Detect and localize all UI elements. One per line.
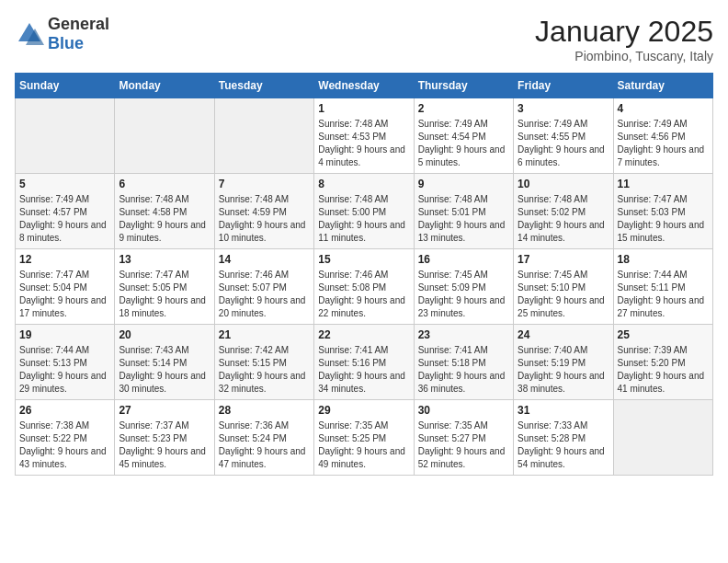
calendar-week-row: 1Sunrise: 7:48 AM Sunset: 4:53 PM Daylig… bbox=[16, 98, 713, 174]
day-info: Sunrise: 7:48 AM Sunset: 5:02 PM Dayligh… bbox=[518, 193, 609, 245]
day-number: 27 bbox=[119, 404, 210, 417]
calendar-cell bbox=[613, 400, 712, 476]
day-info: Sunrise: 7:38 AM Sunset: 5:22 PM Dayligh… bbox=[19, 419, 110, 471]
day-info: Sunrise: 7:36 AM Sunset: 5:24 PM Dayligh… bbox=[219, 419, 310, 471]
calendar-cell: 16Sunrise: 7:45 AM Sunset: 5:09 PM Dayli… bbox=[414, 249, 513, 325]
day-number: 12 bbox=[19, 253, 110, 266]
day-number: 21 bbox=[219, 328, 310, 341]
day-number: 2 bbox=[418, 102, 509, 115]
day-info: Sunrise: 7:48 AM Sunset: 5:01 PM Dayligh… bbox=[418, 193, 509, 245]
calendar-cell: 21Sunrise: 7:42 AM Sunset: 5:15 PM Dayli… bbox=[214, 325, 313, 400]
calendar-cell: 31Sunrise: 7:33 AM Sunset: 5:28 PM Dayli… bbox=[514, 400, 613, 476]
day-info: Sunrise: 7:37 AM Sunset: 5:23 PM Dayligh… bbox=[119, 419, 210, 471]
day-number: 29 bbox=[318, 404, 409, 417]
title-block: January 2025 Piombino, Tuscany, Italy bbox=[535, 15, 713, 63]
day-number: 15 bbox=[318, 253, 409, 266]
day-number: 31 bbox=[518, 404, 609, 417]
day-number: 23 bbox=[418, 328, 509, 341]
day-info: Sunrise: 7:47 AM Sunset: 5:05 PM Dayligh… bbox=[119, 269, 210, 320]
day-number: 28 bbox=[219, 404, 310, 417]
day-number: 20 bbox=[119, 328, 210, 341]
column-header-sunday: Sunday bbox=[16, 74, 115, 98]
day-info: Sunrise: 7:44 AM Sunset: 5:13 PM Dayligh… bbox=[19, 344, 110, 396]
calendar-cell bbox=[214, 98, 313, 174]
calendar-cell: 14Sunrise: 7:46 AM Sunset: 5:07 PM Dayli… bbox=[214, 249, 313, 325]
calendar-cell: 27Sunrise: 7:37 AM Sunset: 5:23 PM Dayli… bbox=[115, 400, 214, 476]
calendar-cell: 5Sunrise: 7:49 AM Sunset: 4:57 PM Daylig… bbox=[16, 174, 115, 249]
calendar-cell: 18Sunrise: 7:44 AM Sunset: 5:11 PM Dayli… bbox=[613, 249, 712, 325]
day-number: 3 bbox=[518, 102, 609, 115]
day-number: 16 bbox=[418, 253, 509, 266]
day-number: 30 bbox=[418, 404, 509, 417]
day-number: 19 bbox=[19, 328, 110, 341]
day-number: 5 bbox=[19, 178, 110, 190]
calendar-cell: 29Sunrise: 7:35 AM Sunset: 5:25 PM Dayli… bbox=[314, 400, 414, 476]
day-info: Sunrise: 7:35 AM Sunset: 5:25 PM Dayligh… bbox=[318, 419, 409, 471]
day-number: 9 bbox=[418, 178, 509, 190]
calendar-cell: 15Sunrise: 7:46 AM Sunset: 5:08 PM Dayli… bbox=[314, 249, 414, 325]
calendar-cell: 24Sunrise: 7:40 AM Sunset: 5:19 PM Dayli… bbox=[514, 325, 613, 400]
day-number: 22 bbox=[318, 328, 409, 341]
day-info: Sunrise: 7:39 AM Sunset: 5:20 PM Dayligh… bbox=[618, 344, 709, 396]
calendar-cell bbox=[115, 98, 214, 174]
day-info: Sunrise: 7:45 AM Sunset: 5:09 PM Dayligh… bbox=[418, 269, 509, 320]
calendar-cell: 4Sunrise: 7:49 AM Sunset: 4:56 PM Daylig… bbox=[613, 98, 712, 174]
day-info: Sunrise: 7:44 AM Sunset: 5:11 PM Dayligh… bbox=[618, 269, 709, 320]
day-info: Sunrise: 7:40 AM Sunset: 5:19 PM Dayligh… bbox=[518, 344, 609, 396]
day-info: Sunrise: 7:41 AM Sunset: 5:16 PM Dayligh… bbox=[318, 344, 409, 396]
day-info: Sunrise: 7:49 AM Sunset: 4:55 PM Dayligh… bbox=[518, 118, 609, 169]
day-number: 13 bbox=[119, 253, 210, 266]
calendar-cell: 13Sunrise: 7:47 AM Sunset: 5:05 PM Dayli… bbox=[115, 249, 214, 325]
calendar-cell: 7Sunrise: 7:48 AM Sunset: 4:59 PM Daylig… bbox=[214, 174, 313, 249]
day-number: 8 bbox=[318, 178, 409, 190]
calendar-cell: 17Sunrise: 7:45 AM Sunset: 5:10 PM Dayli… bbox=[514, 249, 613, 325]
column-header-thursday: Thursday bbox=[414, 74, 513, 98]
day-info: Sunrise: 7:46 AM Sunset: 5:07 PM Dayligh… bbox=[219, 269, 310, 320]
calendar-cell: 10Sunrise: 7:48 AM Sunset: 5:02 PM Dayli… bbox=[514, 174, 613, 249]
calendar-cell: 2Sunrise: 7:49 AM Sunset: 4:54 PM Daylig… bbox=[414, 98, 513, 174]
calendar-cell: 30Sunrise: 7:35 AM Sunset: 5:27 PM Dayli… bbox=[414, 400, 513, 476]
column-header-wednesday: Wednesday bbox=[314, 74, 414, 98]
logo: General Blue bbox=[15, 15, 109, 53]
day-info: Sunrise: 7:45 AM Sunset: 5:10 PM Dayligh… bbox=[518, 269, 609, 320]
day-number: 6 bbox=[119, 178, 210, 190]
calendar-cell: 12Sunrise: 7:47 AM Sunset: 5:04 PM Dayli… bbox=[16, 249, 115, 325]
day-number: 4 bbox=[618, 102, 709, 115]
column-header-saturday: Saturday bbox=[613, 74, 712, 98]
calendar-header-row: SundayMondayTuesdayWednesdayThursdayFrid… bbox=[16, 74, 713, 98]
day-info: Sunrise: 7:48 AM Sunset: 4:59 PM Dayligh… bbox=[219, 193, 310, 245]
day-info: Sunrise: 7:48 AM Sunset: 5:00 PM Dayligh… bbox=[318, 193, 409, 245]
logo-general: General bbox=[48, 15, 109, 33]
day-info: Sunrise: 7:42 AM Sunset: 5:15 PM Dayligh… bbox=[219, 344, 310, 396]
day-info: Sunrise: 7:48 AM Sunset: 4:53 PM Dayligh… bbox=[318, 118, 409, 169]
location-title: Piombino, Tuscany, Italy bbox=[535, 49, 713, 63]
calendar-cell: 3Sunrise: 7:49 AM Sunset: 4:55 PM Daylig… bbox=[514, 98, 613, 174]
column-header-monday: Monday bbox=[115, 74, 214, 98]
calendar-cell: 20Sunrise: 7:43 AM Sunset: 5:14 PM Dayli… bbox=[115, 325, 214, 400]
day-number: 1 bbox=[318, 102, 409, 115]
day-info: Sunrise: 7:47 AM Sunset: 5:03 PM Dayligh… bbox=[618, 193, 709, 245]
logo-text: General Blue bbox=[48, 15, 109, 53]
day-info: Sunrise: 7:43 AM Sunset: 5:14 PM Dayligh… bbox=[119, 344, 210, 396]
day-number: 14 bbox=[219, 253, 310, 266]
calendar-table: SundayMondayTuesdayWednesdayThursdayFrid… bbox=[15, 73, 713, 476]
calendar-cell: 8Sunrise: 7:48 AM Sunset: 5:00 PM Daylig… bbox=[314, 174, 414, 249]
calendar-cell: 1Sunrise: 7:48 AM Sunset: 4:53 PM Daylig… bbox=[314, 98, 414, 174]
calendar-week-row: 5Sunrise: 7:49 AM Sunset: 4:57 PM Daylig… bbox=[16, 174, 713, 249]
logo-icon bbox=[15, 19, 44, 49]
day-number: 18 bbox=[618, 253, 709, 266]
calendar-cell: 22Sunrise: 7:41 AM Sunset: 5:16 PM Dayli… bbox=[314, 325, 414, 400]
calendar-cell: 28Sunrise: 7:36 AM Sunset: 5:24 PM Dayli… bbox=[214, 400, 313, 476]
calendar-cell: 25Sunrise: 7:39 AM Sunset: 5:20 PM Dayli… bbox=[613, 325, 712, 400]
calendar-cell: 26Sunrise: 7:38 AM Sunset: 5:22 PM Dayli… bbox=[16, 400, 115, 476]
calendar-cell: 6Sunrise: 7:48 AM Sunset: 4:58 PM Daylig… bbox=[115, 174, 214, 249]
calendar-week-row: 19Sunrise: 7:44 AM Sunset: 5:13 PM Dayli… bbox=[16, 325, 713, 400]
day-number: 10 bbox=[518, 178, 609, 190]
column-header-friday: Friday bbox=[514, 74, 613, 98]
month-title: January 2025 bbox=[535, 15, 713, 49]
day-number: 17 bbox=[518, 253, 609, 266]
day-info: Sunrise: 7:49 AM Sunset: 4:57 PM Dayligh… bbox=[19, 193, 110, 245]
day-info: Sunrise: 7:48 AM Sunset: 4:58 PM Dayligh… bbox=[119, 193, 210, 245]
day-number: 24 bbox=[518, 328, 609, 341]
calendar-cell bbox=[16, 98, 115, 174]
